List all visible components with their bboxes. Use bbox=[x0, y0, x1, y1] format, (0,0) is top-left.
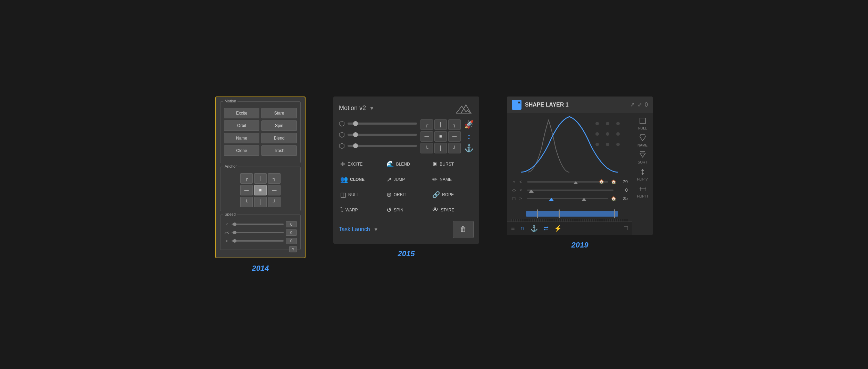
fliph-tool-btn[interactable] bbox=[636, 184, 650, 194]
a2015-br[interactable]: ┘ bbox=[448, 143, 461, 153]
a2015-mc[interactable]: ■ bbox=[434, 131, 447, 142]
slider-row-3: ⬡ bbox=[339, 142, 417, 150]
anchor-tl[interactable]: ┌ bbox=[240, 173, 253, 184]
sort-tool-btn[interactable] bbox=[636, 150, 650, 160]
jump-action[interactable]: ↗ JUMP bbox=[385, 174, 428, 185]
timeline-bar[interactable] bbox=[515, 210, 624, 217]
task-launch-label: Task Launch bbox=[339, 226, 370, 233]
anchor-section: Anchor ┌ │ ┐ — ■ — └ │ ┘ bbox=[220, 167, 301, 211]
excite-action[interactable]: ✛ EXCITE bbox=[339, 158, 382, 170]
anchor-bl[interactable]: └ bbox=[240, 197, 253, 207]
param-slider-1[interactable]: 🏠 bbox=[527, 181, 608, 183]
track-3[interactable] bbox=[348, 145, 417, 147]
rope-action[interactable]: 🔗 ROPE bbox=[431, 189, 474, 201]
timeline-handle-center[interactable] bbox=[559, 209, 560, 218]
anchor-br[interactable]: ┘ bbox=[268, 197, 281, 207]
speed-slider-1[interactable] bbox=[232, 224, 284, 225]
a2015-tl[interactable]: ┌ bbox=[420, 119, 433, 130]
burst-icon: ✸ bbox=[432, 160, 437, 168]
speed-section: Speed < >< > bbox=[220, 215, 301, 250]
param-x-2[interactable]: × bbox=[519, 188, 524, 193]
param-slider-3[interactable] bbox=[527, 198, 608, 199]
stare-action[interactable]: 👁 STARE bbox=[431, 204, 474, 216]
burst-action[interactable]: ✸ BURST bbox=[431, 158, 474, 170]
speed-value-1[interactable] bbox=[286, 221, 297, 227]
a2015-tc[interactable]: │ bbox=[434, 119, 447, 130]
blend-button[interactable]: Blend bbox=[261, 133, 297, 143]
anchor-footer-icon[interactable]: ⚓ bbox=[530, 225, 538, 232]
param-chevron-1[interactable]: < bbox=[519, 179, 524, 184]
lightning-icon[interactable]: ⚡ bbox=[554, 225, 562, 232]
a2015-bc[interactable]: │ bbox=[434, 143, 447, 153]
anchor-tr[interactable]: ┐ bbox=[268, 173, 281, 184]
motion-section: Motion Excite Stare Orbit Spin Name Blen… bbox=[220, 101, 301, 163]
header-icon-expand[interactable]: ↗ bbox=[630, 101, 635, 108]
speed-value-2[interactable] bbox=[286, 229, 297, 236]
motion-label: Motion bbox=[223, 99, 237, 103]
box-icon[interactable]: □ bbox=[624, 225, 628, 232]
null-action[interactable]: ◫ NULL bbox=[339, 189, 382, 201]
anchor-tc[interactable]: │ bbox=[254, 173, 267, 184]
orbit-button[interactable]: Orbit bbox=[224, 120, 259, 131]
warp-action[interactable]: ⤵ WARP bbox=[339, 204, 382, 216]
speed-slider-2[interactable] bbox=[232, 232, 284, 233]
track-1[interactable] bbox=[348, 123, 417, 125]
speed-row-1: < bbox=[224, 221, 297, 227]
orbit-action[interactable]: ⊕ ORBIT bbox=[385, 189, 428, 201]
fliph-tool-label: FLIP H bbox=[637, 194, 648, 198]
svg-point-13 bbox=[616, 143, 620, 146]
trash-button[interactable]: Trash bbox=[261, 145, 297, 156]
hex-icon-1: ⬡ bbox=[339, 119, 345, 128]
timeline-handle-left[interactable] bbox=[537, 209, 538, 218]
blend-action[interactable]: 🌊 BLEND bbox=[385, 158, 428, 170]
anchor-mc[interactable]: ■ bbox=[254, 185, 267, 195]
excite-button[interactable]: Excite bbox=[224, 108, 259, 118]
shape-icon-box bbox=[512, 100, 521, 110]
wave-icon[interactable]: ∩ bbox=[520, 225, 525, 232]
title-dropdown-arrow[interactable]: ▼ bbox=[369, 106, 374, 111]
null-tool-btn[interactable] bbox=[636, 116, 650, 126]
speed-value-3[interactable] bbox=[286, 238, 297, 244]
clone-action[interactable]: 👥 CLONE bbox=[339, 174, 382, 185]
header-icon-fullscreen[interactable]: ⤢ bbox=[637, 101, 642, 108]
param-slider-2[interactable] bbox=[527, 190, 614, 191]
excite-label: EXCITE bbox=[348, 162, 362, 167]
track-2[interactable] bbox=[348, 134, 417, 136]
help-button[interactable]: ? bbox=[289, 246, 297, 252]
blend-label: BLEND bbox=[396, 162, 410, 167]
flipv-tool-btn[interactable] bbox=[636, 167, 650, 177]
a2015-ml[interactable]: — bbox=[420, 131, 433, 142]
spin-button[interactable]: Spin bbox=[261, 120, 297, 131]
a2015-bl[interactable]: └ bbox=[420, 143, 433, 153]
equalizer-icon[interactable]: ⇌ bbox=[543, 225, 549, 232]
speed-label-less: < bbox=[224, 222, 229, 226]
a2015-mr[interactable]: — bbox=[448, 131, 461, 142]
menu-icon[interactable]: ≡ bbox=[511, 225, 515, 232]
task-launch-arrow[interactable]: ▼ bbox=[374, 227, 378, 232]
timeline-handle-right[interactable] bbox=[614, 209, 615, 218]
timeline-container bbox=[507, 208, 632, 221]
orbit-icon: ⊕ bbox=[386, 191, 392, 199]
a2015-tr[interactable]: ┐ bbox=[448, 119, 461, 130]
trash-button-2015[interactable]: 🗑 bbox=[453, 221, 474, 238]
spin-action[interactable]: ↺ SPIN bbox=[385, 204, 428, 216]
timeline-scroll[interactable] bbox=[511, 219, 628, 221]
anchor-mr[interactable]: — bbox=[268, 185, 281, 195]
name-button[interactable]: Name bbox=[224, 133, 259, 143]
anchor-ml[interactable]: — bbox=[240, 185, 253, 195]
svg-point-9 bbox=[606, 132, 609, 136]
name-action[interactable]: ✏ NAME bbox=[431, 174, 474, 185]
param-chevron-3[interactable]: > bbox=[519, 196, 524, 201]
anchor-bc[interactable]: │ bbox=[254, 197, 267, 207]
excite-icon: ✛ bbox=[340, 160, 345, 168]
header-icon-zero[interactable]: 0 bbox=[645, 102, 648, 108]
speed-slider-3[interactable] bbox=[232, 240, 284, 242]
name-tool-btn[interactable] bbox=[636, 133, 650, 143]
name-label: NAME bbox=[440, 177, 452, 182]
clone-button[interactable]: Clone bbox=[224, 145, 259, 156]
stare-button[interactable]: Stare bbox=[261, 108, 297, 118]
spin-label: SPIN bbox=[394, 208, 403, 212]
flipv-tool-group: FLIP V bbox=[636, 167, 650, 181]
warp-label: WARP bbox=[345, 208, 358, 212]
flipv-tool-label: FLIP V bbox=[637, 177, 648, 181]
